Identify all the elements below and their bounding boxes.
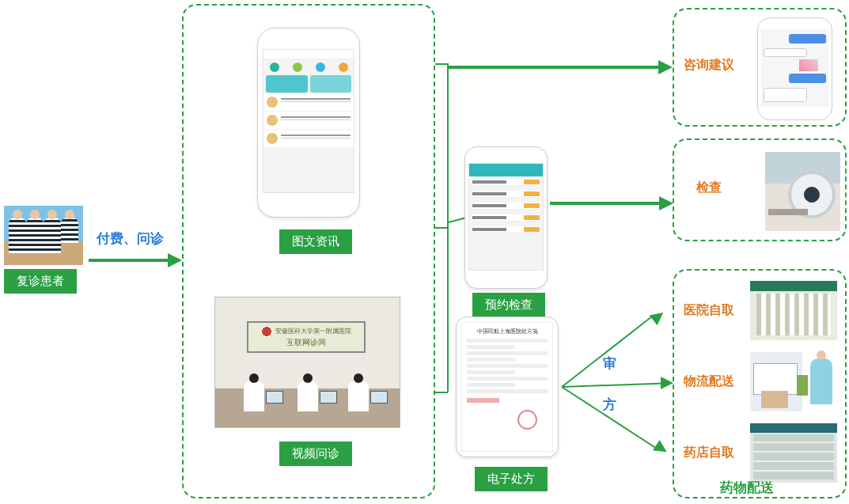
review-label-1: 审 bbox=[603, 354, 616, 373]
drug-dist-label: 药物配送 bbox=[720, 479, 774, 497]
arrow-to-exam bbox=[550, 196, 673, 210]
patients-photo bbox=[4, 206, 83, 265]
video-label: 视频问诊 bbox=[279, 441, 352, 466]
erx-tablet-mock: 中国民航上海医院处方笺 bbox=[456, 316, 559, 457]
arrow-to-logistics bbox=[562, 382, 665, 388]
pharmacy-image bbox=[750, 423, 837, 483]
patients-label: 复诊患者 bbox=[4, 269, 77, 294]
bracket-bot-stub bbox=[435, 392, 448, 393]
ct-scanner-image bbox=[765, 152, 840, 231]
appointment-label: 预约检查 bbox=[472, 293, 545, 317]
outcome-drug-box: 医院自取 物流配送 药店自取 bbox=[673, 269, 847, 498]
video-banner-bottom: 互联网诊间 bbox=[286, 337, 326, 348]
hospital-pharmacy-image bbox=[750, 281, 837, 340]
outcome-advice-box: 咨询建议 bbox=[673, 8, 847, 127]
advice-phone-mock bbox=[757, 17, 832, 120]
arrow-pay-consult-label: 付费、问诊 bbox=[97, 229, 164, 248]
patients-image bbox=[4, 206, 83, 265]
text-info-label: 图文资讯 bbox=[279, 229, 352, 254]
exam-label: 检查 bbox=[696, 180, 722, 196]
advice-label: 咨询建议 bbox=[684, 57, 734, 74]
drug-pharmacy-label: 药店自取 bbox=[684, 445, 741, 461]
video-consult-photo: 安徽医科大学第一附属医院互联网诊间 bbox=[214, 297, 400, 428]
bracket-top-stub bbox=[435, 63, 448, 65]
bracket-mid-join bbox=[435, 227, 448, 229]
text-consult-phone-mock bbox=[257, 28, 360, 218]
logistics-image bbox=[750, 352, 837, 411]
erx-title: 中国民航上海医院处方笺 bbox=[467, 328, 548, 335]
drug-hospital-label: 医院自取 bbox=[684, 302, 741, 319]
arrow-to-logistics-head bbox=[661, 377, 673, 389]
video-banner-top: 安徽医科大学第一附属医院 bbox=[275, 328, 351, 335]
arrow-to-hospital-pickup-head bbox=[650, 308, 667, 325]
arrow-to-hospital-pickup bbox=[561, 316, 652, 388]
arrow-pay-consult bbox=[89, 253, 182, 267]
drug-row-logistics: 物流配送 bbox=[684, 350, 842, 413]
review-label-2: 方 bbox=[603, 396, 616, 414]
appointment-phone-mock bbox=[464, 146, 548, 289]
drug-row-pharmacy: 药店自取 bbox=[684, 421, 842, 484]
outcome-exam-box: 检查 bbox=[673, 138, 847, 241]
drug-row-hospital: 医院自取 bbox=[684, 279, 842, 342]
arrow-to-advice bbox=[449, 60, 673, 74]
arrow-to-pharmacy-pickup-head bbox=[653, 440, 670, 457]
erx-label: 电子处方 bbox=[475, 467, 548, 491]
drug-logistics-label: 物流配送 bbox=[684, 373, 741, 390]
